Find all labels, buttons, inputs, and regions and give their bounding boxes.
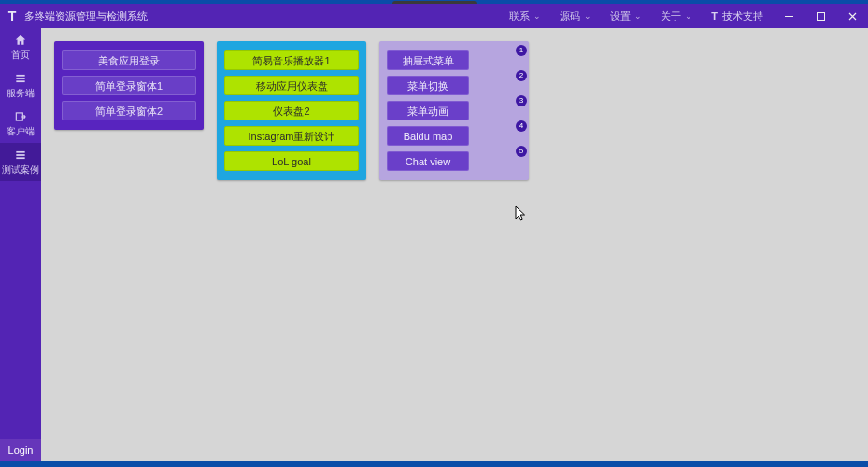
minimize-icon [784,11,794,21]
button-label: Baidu map [404,131,453,142]
menu-label: 源码 [560,9,580,23]
demo-button[interactable]: 美食应用登录 [62,50,196,70]
demo-button[interactable]: 简单登录窗体2 [62,101,196,120]
menu-label: 联系 [509,9,530,23]
number-badge: 2 [516,70,527,81]
sidebar-item-label: 测试案例 [2,164,39,175]
button-label: 抽屉式菜单 [403,55,454,66]
maximize-icon [816,11,826,21]
close-icon [847,11,858,21]
demo-button[interactable]: 抽屉式菜单 [387,50,469,70]
svg-rect-4 [16,80,24,82]
demo-button[interactable]: 简单登录窗体1 [62,76,196,95]
login-label: Login [8,445,34,456]
sidebar-item-server[interactable]: 服务端 [0,66,41,105]
card-group-2: 简易音乐播放器1 移动应用仪表盘 仪表盘2 Instagram重新设计 LoL … [217,41,366,180]
window-buttons [773,4,868,28]
menu-contact[interactable]: 联系 ⌄ [500,4,550,28]
svg-rect-8 [16,157,24,159]
minimize-button[interactable] [773,4,804,28]
button-label: Chat view [406,156,450,167]
app-title: 多终端资源管理与检测系统 [24,9,148,23]
menu-label: 设置 [610,9,631,23]
chevron-down-icon: ⌄ [634,11,642,21]
demo-button[interactable]: Baidu map [387,126,469,146]
export-icon [12,110,29,123]
demo-button[interactable]: 菜单切换 [387,76,469,95]
button-label: 简单登录窗体2 [95,106,163,117]
number-badge: 3 [516,95,527,106]
number-badge: 4 [516,120,527,132]
sidebar-item-client[interactable]: 客户端 [0,105,41,143]
sidebar-item-tests[interactable]: 测试案例 [0,143,41,181]
chevron-down-icon: ⌄ [534,11,541,21]
support-icon: T [711,10,718,21]
demo-button[interactable]: Instagram重新设计 [224,126,359,146]
sidebar-item-label: 服务端 [7,88,35,98]
titlebar: T 多终端资源管理与检测系统 联系 ⌄ 源码 ⌄ 设置 ⌄ 关于 ⌄ T 技术支… [0,4,868,28]
home-icon [12,34,29,47]
menu-about[interactable]: 关于 ⌄ [651,4,702,28]
card-group-1: 美食应用登录 简单登录窗体1 简单登录窗体2 [54,41,204,130]
close-button[interactable] [836,4,868,28]
button-label: 美食应用登录 [98,55,160,66]
app-logo-icon: T [0,4,24,28]
demo-button[interactable]: 移动应用仪表盘 [224,76,359,95]
list-icon [12,149,29,162]
chevron-down-icon: ⌄ [584,11,591,21]
sidebar: 首页 服务端 客户端 测试案例 Login [0,28,41,461]
sidebar-item-home[interactable]: 首页 [0,28,41,66]
svg-rect-1 [817,12,824,20]
button-label: 菜单切换 [407,80,448,92]
button-label: 仪表盘2 [273,106,309,117]
menu-label: 关于 [661,9,681,23]
os-taskbar [0,461,868,467]
support-label: 技术支持 [722,9,763,23]
svg-rect-6 [16,151,24,153]
demo-button[interactable]: 菜单动画 [387,101,469,120]
content-area: 美食应用登录 简单登录窗体1 简单登录窗体2 简易音乐播放器1 移动应用仪表盘 … [41,28,868,461]
number-badge: 1 [516,45,527,56]
svg-rect-0 [785,16,793,17]
button-label: 移动应用仪表盘 [256,80,328,92]
card-group-3: 抽屉式菜单 1 菜单切换 2 菜单动画 3 Baidu map 4 Chat v… [379,41,529,180]
sidebar-item-label: 首页 [11,50,30,60]
svg-rect-2 [16,75,24,77]
menu-settings[interactable]: 设置 ⌄ [601,4,651,28]
demo-button[interactable]: LoL goal [224,151,359,171]
menu-source[interactable]: 源码 ⌄ [550,4,601,28]
menubar: 联系 ⌄ 源码 ⌄ 设置 ⌄ 关于 ⌄ [500,4,702,28]
sidebar-item-label: 客户端 [7,126,35,136]
number-badge: 5 [516,146,527,157]
list-icon [12,72,29,85]
svg-rect-7 [16,154,24,156]
app-window: T 多终端资源管理与检测系统 联系 ⌄ 源码 ⌄ 设置 ⌄ 关于 ⌄ T 技术支… [0,4,868,461]
button-label: Instagram重新设计 [249,131,335,142]
tech-support-button[interactable]: T 技术支持 [702,9,773,23]
button-label: 简单登录窗体1 [95,80,163,92]
chevron-down-icon: ⌄ [685,11,692,21]
button-label: 菜单动画 [407,106,448,117]
login-button[interactable]: Login [0,439,41,461]
demo-button[interactable]: 仪表盘2 [224,101,359,120]
maximize-button[interactable] [804,4,836,28]
demo-button[interactable]: 简易音乐播放器1 [224,50,359,70]
button-label: 简易音乐播放器1 [252,55,330,66]
svg-rect-3 [16,78,24,79]
demo-button[interactable]: Chat view [387,151,469,171]
button-label: LoL goal [272,156,311,167]
